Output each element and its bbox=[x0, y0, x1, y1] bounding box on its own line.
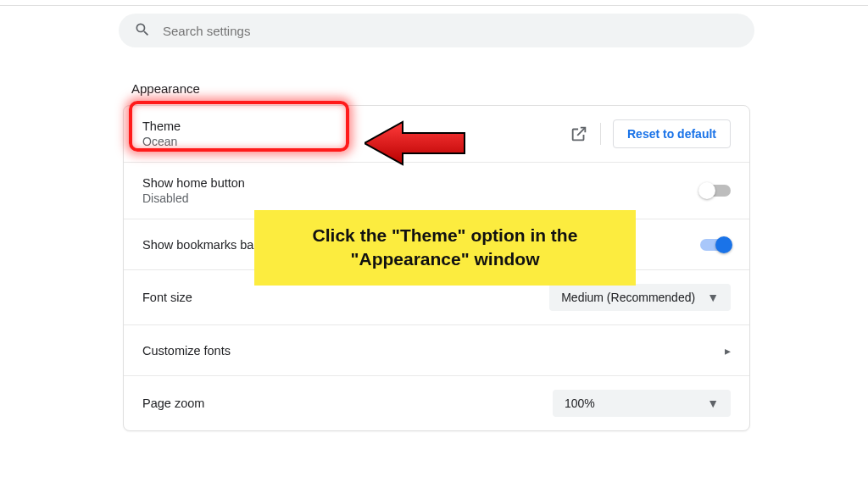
theme-value: Ocean bbox=[142, 135, 181, 148]
show-bookmarks-bar-row[interactable]: Show bookmarks bar bbox=[124, 219, 749, 270]
reset-to-default-button[interactable]: Reset to default bbox=[613, 119, 731, 148]
chevron-right-icon: ▸ bbox=[725, 344, 731, 358]
font-size-row: Font size Medium (Recommended) ▼ bbox=[124, 270, 749, 325]
customize-fonts-row[interactable]: Customize fonts ▸ bbox=[124, 325, 749, 376]
search-icon bbox=[134, 21, 151, 41]
font-size-value: Medium (Recommended) bbox=[561, 291, 695, 304]
theme-row[interactable]: Theme Ocean Reset to default bbox=[124, 106, 749, 163]
page-zoom-row: Page zoom 100% ▼ bbox=[124, 376, 749, 430]
search-bar[interactable] bbox=[119, 14, 754, 47]
font-size-label: Font size bbox=[142, 291, 192, 304]
show-home-button-row[interactable]: Show home button Disabled bbox=[124, 163, 749, 219]
section-title: Appearance bbox=[131, 81, 200, 96]
page-zoom-select[interactable]: 100% ▼ bbox=[553, 390, 731, 417]
separator bbox=[600, 123, 601, 145]
bookmarks-toggle[interactable] bbox=[700, 239, 731, 251]
customize-fonts-label: Customize fonts bbox=[142, 344, 231, 358]
page-zoom-label: Page zoom bbox=[142, 396, 204, 410]
settings-card: Theme Ocean Reset to default Show home b… bbox=[123, 105, 750, 431]
bookmarks-label: Show bookmarks bar bbox=[142, 238, 258, 252]
top-divider bbox=[0, 5, 868, 6]
home-button-status: Disabled bbox=[142, 191, 245, 205]
theme-label: Theme bbox=[142, 119, 181, 133]
home-button-label: Show home button bbox=[142, 176, 245, 190]
toggle-knob bbox=[698, 182, 715, 199]
open-external-icon[interactable] bbox=[570, 125, 588, 143]
caret-down-icon: ▼ bbox=[707, 396, 719, 410]
toggle-knob bbox=[715, 236, 732, 253]
page-zoom-value: 100% bbox=[565, 396, 595, 410]
font-size-select[interactable]: Medium (Recommended) ▼ bbox=[549, 284, 731, 311]
home-button-toggle[interactable] bbox=[700, 185, 731, 197]
search-input[interactable] bbox=[163, 24, 739, 38]
caret-down-icon: ▼ bbox=[707, 291, 719, 304]
